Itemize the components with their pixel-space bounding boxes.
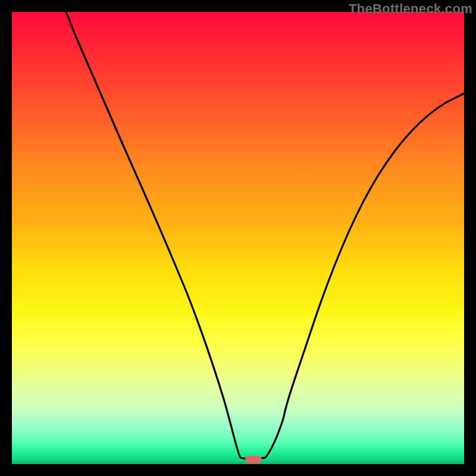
watermark-text: TheBottleneck.com bbox=[349, 1, 472, 17]
valley-marker bbox=[245, 456, 262, 464]
chart-frame: TheBottleneck.com bbox=[0, 0, 476, 476]
plot-area bbox=[12, 12, 464, 464]
bottleneck-curve bbox=[66, 12, 464, 459]
chart-svg bbox=[12, 12, 464, 464]
